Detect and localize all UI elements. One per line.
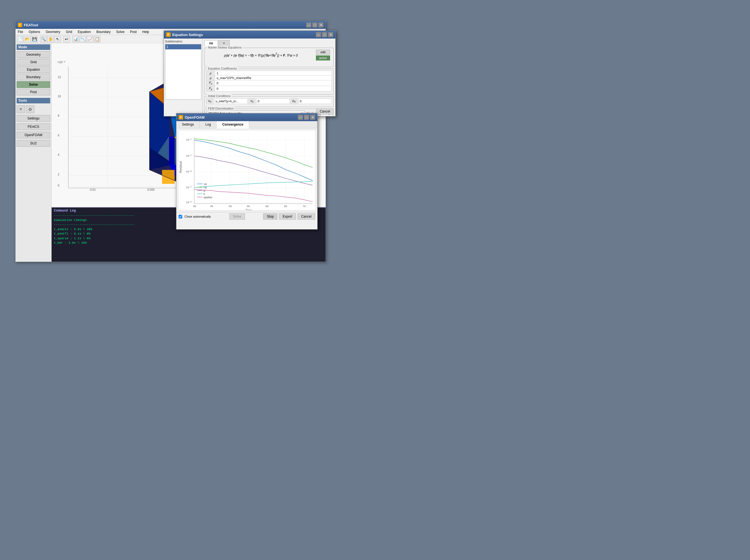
close-button[interactable]: ✕ [318,22,323,27]
menu-boundary[interactable]: Boundary [95,29,112,34]
svg-text:10⁻³: 10⁻³ [186,154,192,157]
ic-p0-label: p0 [291,98,297,104]
edit-button[interactable]: edit [316,49,330,55]
close-auto-label: Close automatically [184,215,211,218]
menu-post[interactable]: Post [129,29,138,34]
eq-title-bar: F Equation Settings — □ ✕ [164,31,335,39]
toolbar-undo[interactable]: ↩ [63,36,70,42]
openfoam-dialog: F OpenFOAM — □ ✕ Settings Log Convergenc… [176,113,318,229]
menu-geometry[interactable]: Geometry [45,29,62,34]
toolbar-zoom[interactable]: 🔍 [40,36,46,42]
eq-tab-plus[interactable]: + [218,40,230,46]
svg-rect-46 [162,170,175,184]
openfoam-btn[interactable]: OpenFOAM [17,132,50,138]
toolbar-open[interactable]: 📂 [24,36,31,42]
coeff-val-rho[interactable]: 1 [215,71,332,76]
active-button[interactable]: active [316,56,330,60]
coeff-val-fx[interactable]: 0 [215,80,332,86]
tool-circle-btn[interactable]: ⊙ [26,105,34,113]
svg-text:10⁻⁴: 10⁻⁴ [186,170,192,173]
subdomain-item-1[interactable]: 1 [165,44,201,49]
mode-label: Mode [17,44,50,50]
of-tab-settings[interactable]: Settings [176,121,200,128]
svg-text:p: p [203,189,205,192]
ic-v0-value[interactable]: 0 [256,98,290,104]
svg-text:Ux: Ux [203,182,207,185]
coeff-row-rho: ρ 1 [206,71,332,76]
menu-equation[interactable]: Equation [77,29,92,34]
ic-u0-label: u0 [206,98,213,104]
left-panel: Mode Geometry Grid Equation Boundary Sol… [16,43,52,262]
ns-section-label: Navier-Stokes Equations [207,46,243,49]
subdomain-list[interactable]: 1 [165,44,201,100]
export-button[interactable]: Export [279,214,296,220]
of-dialog-title: OpenFOAM [185,115,205,119]
svg-text:6: 6 [58,134,59,137]
menu-help[interactable]: Help [141,29,150,34]
eq-close[interactable]: ✕ [328,32,333,37]
coeff-val-fy[interactable]: 0 [215,86,332,92]
toolbar-chart3[interactable]: 📈 [86,36,93,42]
minimize-button[interactable]: — [306,22,311,27]
coeff-val-mu[interactable]: u_max*2/3*h_channel/Re [215,76,332,80]
ic-u0-value[interactable]: u_inlet*(y>h_in... [214,98,248,104]
nav-grid[interactable]: Grid [17,59,50,65]
toolbar-save[interactable]: 💾 [31,36,38,42]
toolbar-chart4[interactable]: 📋 [94,36,100,42]
toolbar-new[interactable]: 📄 [17,36,23,42]
coeff-section: Equation Coefficients ρ 1 μ u_max*2/3*h_… [204,69,334,95]
log-line-5: t_asm(f) : 0.1s \ 0% [54,232,323,236]
eq-tabs: ns + [204,40,334,46]
svg-text:60: 60 [265,205,269,208]
of-maximize[interactable]: □ [304,115,309,120]
stop-button[interactable]: Stop [263,214,277,220]
menu-grid[interactable]: Grid [65,29,73,34]
close-auto-checkbox[interactable] [179,215,182,218]
ic-p0-value[interactable]: 0 [298,98,332,104]
solve-button[interactable]: Solve [230,214,245,220]
toolbar-select[interactable]: ↖ [54,36,61,42]
nav-post[interactable]: Post [17,89,50,95]
settings-btn[interactable]: Settings [17,115,50,122]
of-tab-convergence[interactable]: Convergence [217,121,249,128]
eq-cancel-button[interactable]: Cancel [316,108,334,115]
fenics-btn[interactable]: FEniCS [17,123,50,130]
nav-solve[interactable]: Solve [17,81,50,88]
eq-right-panel: ns + Navier-Stokes Equations ρ(u′ + (u·∇… [203,39,335,116]
of-footer: Close automatically Solve Stop Export Ca… [176,212,317,221]
tools-label: Tools [17,98,50,103]
svg-text:40: 40 [193,205,196,208]
coeff-table: ρ 1 μ u_max*2/3*h_channel/Re Fx 0 Fy 0 [206,71,332,92]
log-line-6: t_sparse : 1.1s \ 6% [54,236,323,241]
tool-eq-btn[interactable]: = [17,105,25,113]
eq-minimize[interactable]: — [316,32,321,37]
of-tab-log[interactable]: Log [200,121,217,128]
toolbar-chart1[interactable]: 📊 [72,36,79,42]
nav-boundary[interactable]: Boundary [17,74,50,80]
of-cancel-button[interactable]: Cancel [298,214,315,220]
su2-btn[interactable]: SU2 [17,140,50,147]
eq-maximize[interactable]: □ [322,32,327,37]
svg-text:-0.005: -0.005 [147,188,155,191]
svg-text:45: 45 [210,205,213,208]
menu-solve[interactable]: Solve [115,29,126,34]
of-minimize[interactable]: — [298,115,303,120]
svg-text:10⁻⁵: 10⁻⁵ [186,186,192,189]
of-tabs: Settings Log Convergence [176,121,317,128]
nav-geometry[interactable]: Geometry [17,51,50,58]
svg-text:Uy: Uy [203,186,207,189]
svg-text:50: 50 [229,205,232,208]
toolbar-chart2[interactable]: 📉 [79,36,86,42]
coeff-sym-fx: Fx [206,80,215,86]
toolbar-pan[interactable]: ✋ [47,36,54,42]
eq-win-controls: — □ ✕ [316,32,333,37]
eq-tab-ns[interactable]: ns [204,40,218,46]
menu-file[interactable]: File [17,29,24,34]
menu-options[interactable]: Options [27,29,41,34]
coeff-row-mu: μ u_max*2/3*h_channel/Re [206,76,332,80]
nav-equation[interactable]: Equation [17,66,50,73]
of-close[interactable]: ✕ [310,115,315,120]
svg-text:2: 2 [58,173,59,176]
svg-text:65: 65 [284,205,287,208]
maximize-button[interactable]: □ [312,22,317,27]
